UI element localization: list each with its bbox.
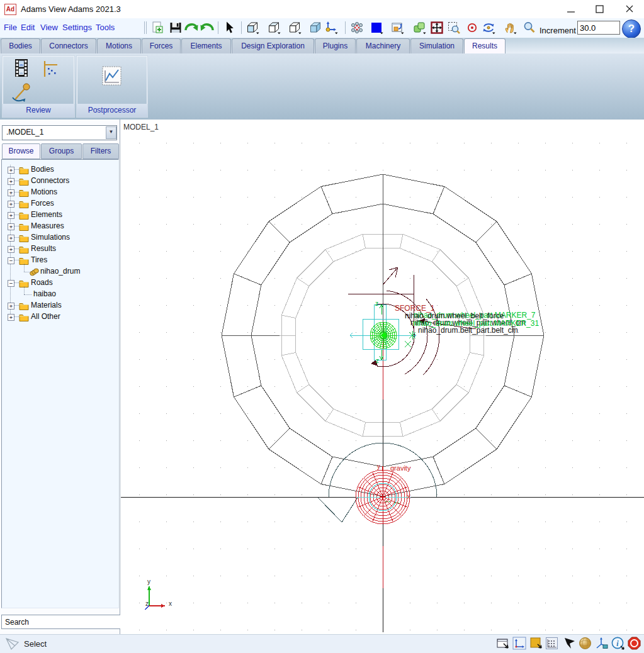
pan-hand-icon[interactable] xyxy=(503,21,517,35)
tab-simulation[interactable]: Simulation xyxy=(410,38,463,53)
translate-view-icon[interactable] xyxy=(430,21,444,35)
triad-x-letter: x xyxy=(169,600,172,607)
cross-z-top-letter: z xyxy=(375,300,378,307)
tree-branch-line xyxy=(14,192,19,193)
tree-expand-plus[interactable]: + xyxy=(8,314,14,321)
tree-expand-plus[interactable]: + xyxy=(8,201,14,208)
view-iso-cube-icon[interactable] xyxy=(267,21,281,35)
tree-item-label: Elements xyxy=(31,210,62,219)
tree-item-motions[interactable]: +Motions xyxy=(2,187,118,198)
selection-rectangles-icon[interactable] xyxy=(412,21,426,35)
dropdown-arrow-icon[interactable]: ▼ xyxy=(106,126,116,139)
tree-expand-minus[interactable]: − xyxy=(8,280,14,287)
increment-input[interactable] xyxy=(577,21,620,35)
tree-item-label: All Other xyxy=(31,312,60,321)
tree-branch-line xyxy=(24,272,30,273)
tree-item-measures[interactable]: +Measures xyxy=(2,221,118,232)
stop-icon[interactable] xyxy=(627,636,643,652)
view-flag-icon[interactable] xyxy=(562,636,578,652)
model-dropdown[interactable]: .MODEL_1 ▼ xyxy=(2,125,117,140)
center-target-icon[interactable] xyxy=(465,21,479,35)
search-input[interactable] xyxy=(1,615,125,629)
tree-expand-plus[interactable]: + xyxy=(8,167,14,174)
tree-expand-plus[interactable]: + xyxy=(8,303,14,310)
tree-branch-line xyxy=(14,282,19,284)
tab-bodies[interactable]: Bodies xyxy=(1,38,40,53)
gravity-y-letter: y xyxy=(377,463,380,470)
side-panel: .MODEL_1 ▼ BrowseGroupsFilters +Bodies+C… xyxy=(0,120,120,634)
shaded-cube-icon[interactable] xyxy=(308,21,322,35)
tab-connectors[interactable]: Connectors xyxy=(41,38,96,53)
tab-plugins[interactable]: Plugins xyxy=(315,38,356,53)
tree-expand-plus[interactable]: + xyxy=(8,223,14,230)
model-canvas[interactable]: MODEL_1SFORCE_1nihao_drum.wheel_part.MAR… xyxy=(120,120,644,634)
tree-branch-line xyxy=(14,215,19,216)
tree-item-nihao_drum[interactable]: nihao_drum xyxy=(2,266,118,277)
tab-design-exploration[interactable]: Design Exploration xyxy=(232,38,314,53)
tree-expand-minus[interactable]: − xyxy=(8,257,14,264)
window-title: Adams View Adams 2021.3 xyxy=(21,4,121,14)
tree-item-results[interactable]: +Results xyxy=(2,243,118,255)
info-icon[interactable]: i xyxy=(611,636,626,652)
tree-item-connectors[interactable]: +Connectors xyxy=(2,176,118,187)
vertex-snap-icon[interactable] xyxy=(350,21,364,35)
tree-item-haibao[interactable]: haibao xyxy=(2,289,118,300)
save-icon[interactable] xyxy=(169,21,183,35)
tree-item-all-other[interactable]: +All Other xyxy=(2,311,118,323)
panel-tab-filters[interactable]: Filters xyxy=(82,143,119,159)
tree-branch-line xyxy=(24,264,25,272)
panel-tab-groups[interactable]: Groups xyxy=(41,143,82,159)
tree-item-elements[interactable]: +Elements xyxy=(2,209,118,221)
maximize-button[interactable] xyxy=(590,4,609,15)
tree-expand-plus[interactable]: + xyxy=(8,246,14,253)
plot-tracker-icon[interactable] xyxy=(40,60,60,81)
select-cursor-icon[interactable] xyxy=(222,21,236,35)
render-solid-icon[interactable] xyxy=(529,636,545,652)
rotate-view-icon[interactable] xyxy=(482,21,495,35)
tree-item-tires[interactable]: −Tires xyxy=(2,255,118,266)
view-window-icon[interactable] xyxy=(495,636,511,652)
tree-item-bodies[interactable]: +Bodies xyxy=(2,164,118,176)
tab-motions[interactable]: Motions xyxy=(97,38,141,53)
tab-elements[interactable]: Elements xyxy=(181,38,231,53)
select-mode-icon xyxy=(5,637,20,653)
toolbar-separator xyxy=(146,21,147,34)
ribbon-group-label-review: Review xyxy=(3,104,74,117)
tab-machinery[interactable]: Machinery xyxy=(356,38,410,53)
tree-item-simulations[interactable]: +Simulations xyxy=(2,232,118,243)
tree-item-materials[interactable]: +Materials xyxy=(2,300,118,311)
new-model-icon[interactable] xyxy=(150,21,164,35)
tree-item-forces[interactable]: +Forces xyxy=(2,198,118,209)
tree-expand-plus[interactable]: + xyxy=(8,178,14,185)
toolbar-separator xyxy=(218,21,218,34)
fit-view-window-icon[interactable] xyxy=(390,21,404,35)
postprocessor-chart-icon[interactable] xyxy=(101,65,123,89)
model-triad-icon[interactable] xyxy=(594,636,610,652)
view-wire-cube-icon[interactable] xyxy=(288,21,302,35)
tab-forces[interactable]: Forces xyxy=(142,38,181,53)
tree-expand-plus[interactable]: + xyxy=(8,189,14,196)
help-button[interactable]: ? xyxy=(622,20,641,38)
view-axes-box-icon[interactable] xyxy=(512,636,528,652)
tab-results[interactable]: Results xyxy=(464,38,506,54)
panel-tab-browse[interactable]: Browse xyxy=(2,143,40,159)
minimize-button[interactable] xyxy=(562,4,580,15)
view-orient-axes-icon[interactable] xyxy=(324,21,338,35)
pendulum-probe-icon[interactable] xyxy=(10,81,34,106)
animation-film-icon[interactable] xyxy=(11,59,31,81)
zoom-magnifier-icon[interactable] xyxy=(523,21,536,35)
color-fill-icon[interactable] xyxy=(370,21,383,35)
tree-item-label: Roads xyxy=(31,278,53,287)
render-sphere-icon[interactable] xyxy=(578,636,594,652)
label-belt-cm: nihao_drum.belt_part.belt_cm xyxy=(418,326,518,335)
ribbon: Review Postprocessor xyxy=(0,53,644,120)
zoom-box-select-icon[interactable] xyxy=(447,21,461,35)
working-grid-icon[interactable] xyxy=(545,636,560,652)
redo-icon[interactable] xyxy=(184,21,198,35)
view-front-cube-icon[interactable] xyxy=(246,21,259,35)
tree-expand-plus[interactable]: + xyxy=(8,212,14,219)
undo-icon[interactable] xyxy=(200,21,214,35)
tree-item-roads[interactable]: −Roads xyxy=(2,277,118,289)
tree-expand-plus[interactable]: + xyxy=(8,235,14,242)
close-button[interactable] xyxy=(620,4,639,15)
